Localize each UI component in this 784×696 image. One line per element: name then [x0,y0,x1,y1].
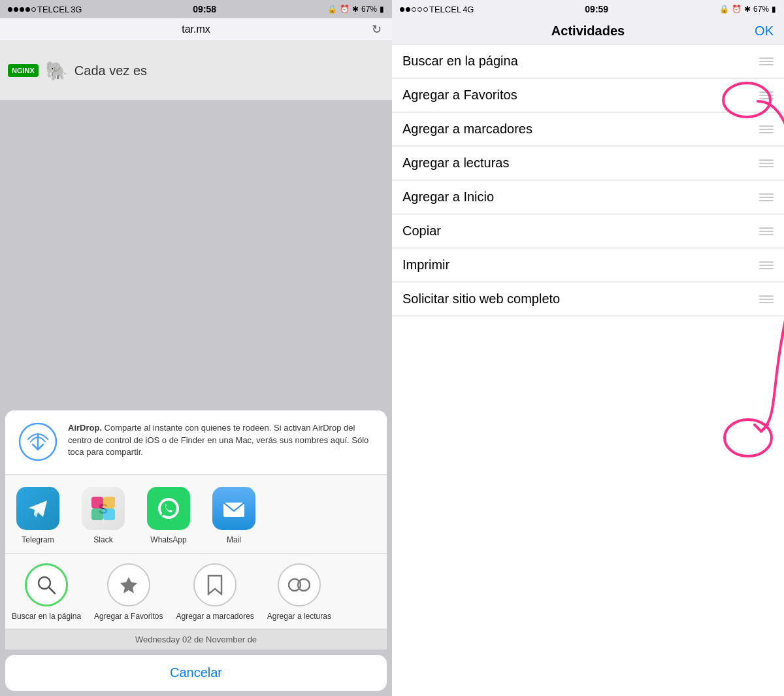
dot1 [8,7,12,12]
time-right: 09:59 [585,4,608,14]
battery-icon-right: ▮ [772,5,776,14]
rdot4 [417,7,422,12]
drag-handle-5[interactable] [759,227,774,235]
slack-icon: S [82,487,125,530]
action-favoritos[interactable]: Agregar a Favoritos [88,563,169,622]
activity-row-7[interactable]: Solicitar sitio web completo [392,282,784,316]
battery-icon-left: ▮ [380,5,384,14]
mail-icon [212,487,255,530]
svg-rect-6 [103,497,115,508]
activities-title: Actividades [551,24,625,39]
status-right-left: 🔒 ⏰ ✱ 67% ▮ [327,5,384,14]
svg-rect-5 [91,497,103,508]
url-bar[interactable]: tar.mx [182,24,210,35]
ok-button[interactable]: OK [755,24,774,39]
activity-label-5: Copiar [402,224,441,239]
cancel-button[interactable]: Cancelar [5,655,387,691]
activities-list: Buscar en la página Agregar a Favoritos … [392,44,784,696]
status-bar-right: TELCEL 4G 09:59 🔒 ⏰ ✱ 67% ▮ [392,0,784,18]
app-slack[interactable]: S Slack [71,487,136,544]
svg-point-15 [298,579,310,591]
svg-marker-13 [120,577,137,593]
svg-rect-8 [103,508,115,520]
dot5 [31,7,36,12]
activity-label-1: Agregar a Favoritos [402,88,517,103]
dot2 [14,7,18,12]
rdot3 [412,7,416,12]
web-content: NGINX 🐘 Cada vez es [0,41,392,100]
nav-bar-left: tar.mx ↻ [0,18,392,41]
drag-handle-2[interactable] [759,125,774,133]
lecturas-circle [278,563,321,606]
carrier-right: TELCEL [429,5,461,14]
alarm-icon-right: ⏰ [732,5,742,14]
lecturas-label: Agregar a lecturas [267,612,331,622]
drag-handle-6[interactable] [759,261,774,269]
mail-label: Mail [227,535,241,544]
activity-label-3: Agregar a lecturas [402,156,509,171]
battery-right: 67% [753,5,769,14]
svg-rect-7 [91,508,103,520]
action-lecturas[interactable]: Agregar a lecturas [261,563,338,622]
activity-label-7: Solicitar sitio web completo [402,291,560,307]
nginx-badge: NGINX [8,64,39,77]
activity-row-6[interactable]: Imprimir [392,248,784,282]
drag-handle-7[interactable] [759,295,774,303]
drag-handle-3[interactable] [759,159,774,167]
web-title: Cada vez es [74,63,147,78]
favoritos-label: Agregar a Favoritos [94,612,163,622]
drag-handle-4[interactable] [759,193,774,201]
signal-dots: TELCEL 3G [8,5,82,14]
airdrop-body: Comparte al instante con quienes te rode… [68,423,368,456]
dot4 [25,7,30,12]
marcadores-label: Agregar a marcadores [176,612,253,622]
telegram-icon [16,487,59,530]
date-bar: Wednesday 02 de November de [5,629,387,650]
activity-label-0: Buscar en la página [402,54,518,69]
actions-section: Buscar en la página Agregar a Favoritos [5,554,387,629]
nav-bar-right: Actividades OK [392,18,784,44]
network-right: 4G [463,5,474,14]
activity-label-6: Imprimir [402,257,449,273]
network-left: 3G [71,5,82,14]
alarm-icon: ⏰ [340,5,350,14]
app-telegram[interactable]: Telegram [5,487,71,544]
whatsapp-label: WhatsApp [150,535,186,544]
bluetooth-icon-right: ✱ [744,5,751,14]
rdot1 [400,7,404,12]
activity-row-1[interactable]: Agregar a Favoritos [392,78,784,112]
action-buscar[interactable]: Buscar en la página [5,563,88,622]
time-left: 09:58 [193,4,216,14]
drag-handle-0[interactable] [759,58,774,65]
airdrop-heading: AirDrop. [68,423,102,433]
reload-icon[interactable]: ↻ [372,22,382,37]
app-whatsapp[interactable]: WhatsApp [136,487,201,544]
status-bar-left: TELCEL 3G 09:58 🔒 ⏰ ✱ 67% ▮ [0,0,392,18]
activity-row-4[interactable]: Agregar a Inicio [392,180,784,214]
rdot2 [406,7,410,12]
airdrop-text: AirDrop. Comparte al instante con quiene… [68,422,374,458]
buscar-circle [25,563,68,606]
activity-row-3[interactable]: Agregar a lecturas [392,146,784,180]
activity-row-2[interactable]: Agregar a marcadores [392,112,784,146]
drag-handle-1[interactable] [759,91,774,99]
bluetooth-icon: ✱ [352,5,359,14]
share-sheet-container: AirDrop. Comparte al instante con quiene… [0,410,392,696]
svg-marker-1 [29,501,47,517]
activity-row-5[interactable]: Copiar [392,214,784,248]
php-elephant: 🐘 [45,60,68,82]
share-sheet: AirDrop. Comparte al instante con quiene… [5,410,387,650]
whatsapp-icon [147,487,190,530]
left-panel: TELCEL 3G 09:58 🔒 ⏰ ✱ 67% ▮ tar.mx ↻ NGI… [0,0,392,696]
airdrop-icon [18,422,57,464]
apps-section: Telegram S Slack [5,475,387,554]
buscar-label: Buscar en la página [12,612,81,622]
signal-dots-right: TELCEL 4G [400,5,474,14]
telegram-label: Telegram [22,535,54,544]
activity-row-0[interactable]: Buscar en la página [392,44,784,78]
right-panel: TELCEL 4G 09:59 🔒 ⏰ ✱ 67% ▮ Actividades … [392,0,784,696]
favoritos-circle [107,563,150,606]
activity-label-2: Agregar a marcadores [402,122,532,137]
action-marcadores[interactable]: Agregar a marcadores [169,563,260,622]
app-mail[interactable]: Mail [201,487,267,544]
